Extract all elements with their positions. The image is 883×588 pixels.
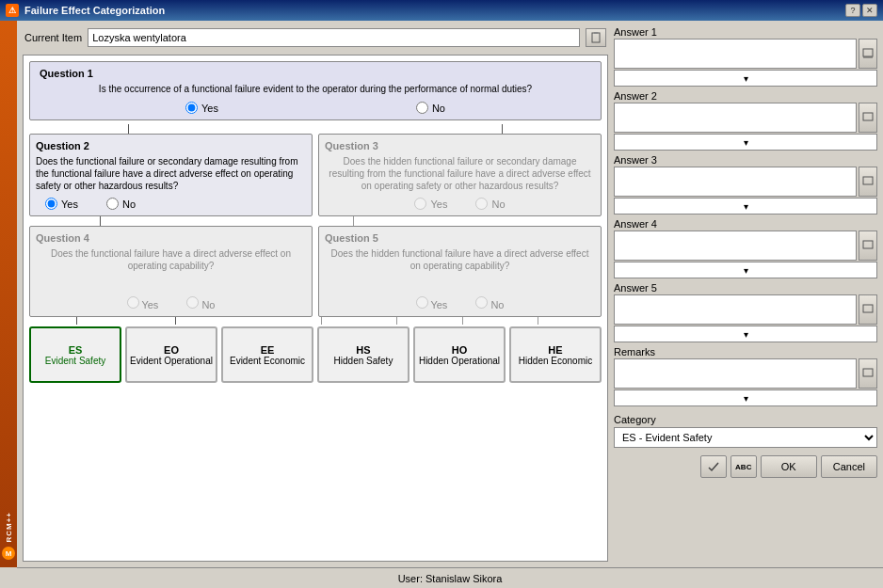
question-3-box: Question 3 Does the hidden functional fa… [318,134,602,216]
answer-5-row: Answer 5 ▾ [614,282,877,342]
outcome-es[interactable]: ES Evident Safety [29,326,121,383]
outcome-ho[interactable]: HO Hidden Operational [413,326,506,383]
outcome-es-label: Evident Safety [45,356,105,366]
q5-yes-radio[interactable] [416,296,428,309]
bottom-buttons: ABC OK Cancel [614,455,877,478]
current-item-button[interactable] [586,28,606,47]
svg-rect-1 [594,32,598,34]
flow-diagram: Question 1 Is the occurrence of a functi… [23,55,608,562]
outcome-eo-code: EO [164,344,179,356]
q2-q3-row: Question 2 Does the functional failure o… [29,134,602,216]
remarks-input[interactable] [614,358,857,389]
answer-2-btn[interactable] [859,103,877,133]
q5-text: Does the hidden functional failure have … [325,247,595,291]
cancel-button[interactable]: Cancel [821,455,877,478]
answer-1-label: Answer 1 [614,26,877,38]
question-1-box: Question 1 Is the occurrence of a functi… [29,61,602,120]
left-sidebar: RCM++ M [0,21,17,567]
answer-1-input[interactable] [614,39,857,69]
outcome-hs[interactable]: HS Hidden Safety [317,326,409,383]
q1-title: Question 1 [40,68,591,79]
q2-text: Does the functional failure or secondary… [36,155,306,192]
abc-label: ABC [735,463,751,471]
q3-text: Does the hidden functional failure or se… [325,155,595,192]
outcome-hs-label: Hidden Safety [334,356,393,366]
current-item-bar: Current Item [23,26,608,49]
q2-no-radio[interactable] [106,198,119,210]
answer-1-btn[interactable] [859,39,877,69]
answer-2-dropdown[interactable]: ▾ [614,134,877,151]
q2-yes-label[interactable]: Yes [45,198,78,210]
answer-3-btn[interactable] [859,167,877,197]
q4-yes-radio[interactable] [127,296,139,309]
q3-yes-label[interactable]: Yes [414,198,447,210]
question-5-box: Question 5 Does the hidden functional fa… [318,226,602,317]
q1-text: Is the occurrence of a functional failur… [40,83,591,96]
category-section: Category ES - Evident Safety EO - Eviden… [614,414,877,448]
q2-no-label[interactable]: No [106,198,136,210]
q2-title: Question 2 [36,140,306,151]
answer-2-row: Answer 2 ▾ [614,90,877,151]
q5-no-radio[interactable] [475,296,488,309]
q4-text: Does the functional failure have a direc… [36,247,306,291]
q5-section: Question 5 Does the hidden functional fa… [318,226,602,317]
rcm-icon: M [2,547,15,560]
answer-5-input[interactable] [614,294,857,325]
q1-no-label[interactable]: No [416,102,445,114]
answer-3-input[interactable] [614,167,857,197]
window-title: Failure Effect Categorization [24,5,165,16]
help-button[interactable]: ? [845,4,860,17]
status-bar: User: Stanislaw Sikora [17,567,883,588]
outcome-ee[interactable]: EE Evident Economic [221,326,313,383]
outcome-ee-label: Evident Economic [230,356,305,366]
ok-button[interactable]: OK [761,455,817,478]
outcome-he-label: Hidden Economic [519,356,592,366]
q4-no-radio[interactable] [186,296,199,309]
outcome-ee-code: EE [261,344,275,356]
q1-yes-label[interactable]: Yes [185,102,218,114]
close-button[interactable]: ✕ [862,4,877,17]
q1-no-radio[interactable] [416,102,428,114]
q5-yes-label[interactable]: Yes [416,296,448,310]
q3-yes-radio[interactable] [414,198,426,210]
remarks-row: Remarks ▾ [614,346,877,406]
status-text: User: Stanislaw Sikora [398,573,503,584]
clipboard-icon [590,32,602,43]
answer-5-dropdown[interactable]: ▾ [614,326,877,342]
q3-no-label[interactable]: No [475,198,505,210]
q3-no-radio[interactable] [475,198,488,210]
answer-5-btn[interactable] [859,294,877,325]
outcome-he[interactable]: HE Hidden Economic [509,326,602,383]
outcome-he-code: HE [548,344,562,356]
spell-check-button[interactable] [700,455,727,478]
q5-no-label[interactable]: No [475,296,504,310]
answer-4-input[interactable] [614,230,857,261]
category-select[interactable]: ES - Evident Safety EO - Evident Operati… [614,427,877,448]
outcome-eo[interactable]: EO Evident Operational [125,326,217,383]
app-icon: ⚠ [6,4,19,17]
q1-yes-radio[interactable] [185,102,198,114]
current-item-input[interactable] [88,28,580,47]
category-label: Category [614,414,877,425]
q4-q5-row: Question 4 Does the functional failure h… [29,226,602,317]
remarks-dropdown[interactable]: ▾ [614,389,877,406]
abc-button[interactable]: ABC [730,455,757,478]
outcome-hs-code: HS [356,344,370,356]
remarks-btn[interactable] [859,358,877,389]
q4-no-label[interactable]: No [186,296,215,310]
answer-1-dropdown[interactable]: ▾ [614,70,877,87]
q2-yes-radio[interactable] [45,198,57,210]
svg-rect-5 [863,177,873,184]
rcm-logo: RCM++ [5,512,13,543]
svg-rect-0 [592,33,600,42]
svg-rect-6 [863,241,873,248]
question-2-box: Question 2 Does the functional failure o… [29,134,313,216]
answer-4-dropdown[interactable]: ▾ [614,262,877,278]
answer-3-dropdown[interactable]: ▾ [614,198,877,215]
q2-section: Question 2 Does the functional failure o… [29,134,313,216]
answer-4-btn[interactable] [859,230,877,261]
checkmark-icon [707,460,720,473]
q4-yes-label[interactable]: Yes [127,296,159,310]
answer-2-input[interactable] [614,103,857,133]
q5-title: Question 5 [325,232,595,244]
